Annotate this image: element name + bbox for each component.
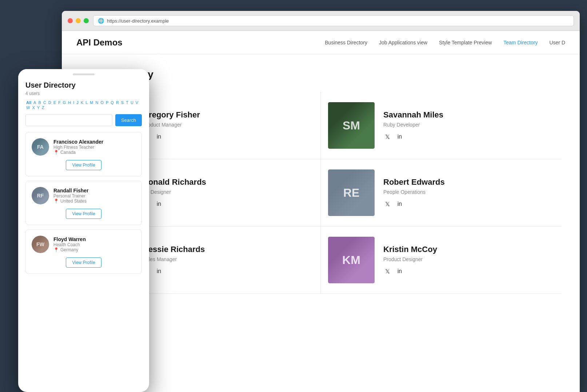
nav-style-template[interactable]: Style Template Preview <box>439 40 492 45</box>
member-photo-kristin: KM <box>328 237 375 283</box>
member-socials: 𝕏 in <box>143 200 313 208</box>
page-title: Team Directory <box>80 69 562 80</box>
team-grid: GF Gregory Fisher Product Manager 𝕏 in <box>80 92 562 294</box>
alpha-all[interactable]: All <box>25 100 32 105</box>
user-card-info-floyd: Floyd Warren Health Coach 📍 Germany <box>53 236 86 252</box>
alpha-t[interactable]: T <box>125 100 129 105</box>
linkedin-icon[interactable]: in <box>155 267 163 275</box>
top-nav: API Demos Business Directory Job Applica… <box>62 31 580 54</box>
alpha-l[interactable]: L <box>85 100 88 105</box>
nav-team-directory[interactable]: Team Directory <box>503 40 538 45</box>
alpha-m[interactable]: M <box>89 100 94 105</box>
linkedin-icon[interactable]: in <box>155 133 163 141</box>
view-profile-button-randall[interactable]: View Profile <box>66 209 101 219</box>
member-photo-savannah: SM <box>328 102 375 149</box>
twitter-icon[interactable]: 𝕏 <box>383 267 391 275</box>
user-name: Francisco Alexander <box>53 139 103 145</box>
user-card-header: FA Francisco Alexander High Fitness Teac… <box>32 138 136 156</box>
member-name: Savannah Miles <box>383 110 554 120</box>
user-name: Floyd Warren <box>53 236 86 242</box>
alpha-w[interactable]: W <box>25 105 31 110</box>
member-socials: 𝕏 in <box>143 133 313 141</box>
alpha-e[interactable]: E <box>53 100 57 105</box>
user-job: Health Coach <box>53 242 86 247</box>
alpha-c[interactable]: C <box>43 100 47 105</box>
close-button[interactable] <box>68 18 73 23</box>
alpha-j[interactable]: J <box>76 100 79 105</box>
user-count: 4 users <box>25 91 142 96</box>
member-info-gregory: Gregory Fisher Product Manager 𝕏 in <box>143 110 313 141</box>
member-name: Gregory Fisher <box>143 110 313 120</box>
user-card-header: FW Floyd Warren Health Coach 📍 Germany <box>32 236 136 253</box>
linkedin-icon[interactable]: in <box>396 267 404 275</box>
member-socials: 𝕏 in <box>143 267 313 275</box>
alpha-b[interactable]: B <box>37 100 41 105</box>
alpha-q[interactable]: Q <box>110 100 115 105</box>
member-socials: 𝕏 in <box>383 133 554 141</box>
alpha-v[interactable]: V <box>135 100 139 105</box>
search-input[interactable] <box>25 114 112 126</box>
alpha-a[interactable]: A <box>33 100 37 105</box>
alpha-k[interactable]: K <box>80 100 84 105</box>
alpha-u[interactable]: U <box>130 100 134 105</box>
alpha-s[interactable]: S <box>120 100 124 105</box>
phone-notch <box>73 73 95 75</box>
twitter-icon[interactable]: 𝕏 <box>383 200 391 208</box>
address-bar[interactable]: 🌐 https://user-directory.example <box>93 15 574 26</box>
nav-links: Business Directory Job Applications view… <box>325 40 565 45</box>
member-name: Ronald Richards <box>143 177 313 187</box>
member-info-kristin: Kristin McCoy Product Designer 𝕏 in <box>383 245 554 275</box>
member-role: People Operations <box>383 189 554 195</box>
user-directory-title: User Directory <box>25 78 142 89</box>
member-role: Sales Manager <box>143 256 313 262</box>
url-text: https://user-directory.example <box>107 18 169 24</box>
nav-job-applications[interactable]: Job Applications view <box>379 40 427 45</box>
view-profile-button-floyd[interactable]: View Profile <box>66 257 101 268</box>
search-button[interactable]: Search <box>115 114 142 126</box>
alpha-i[interactable]: I <box>72 100 75 105</box>
user-card-francisco: FA Francisco Alexander High Fitness Teac… <box>25 132 142 176</box>
member-role: Ruby Developer <box>383 122 554 128</box>
user-card-info-randall: Randall Fisher Personal Trainer 📍 United… <box>53 188 88 204</box>
linkedin-icon[interactable]: in <box>396 200 404 208</box>
alpha-z[interactable]: Z <box>41 105 45 110</box>
team-member-row: KM Kristin McCoy Product Designer 𝕏 in <box>321 227 562 294</box>
alpha-f[interactable]: F <box>57 100 61 105</box>
twitter-icon[interactable]: 𝕏 <box>383 133 391 141</box>
search-bar: Search <box>25 114 142 126</box>
alpha-h[interactable]: H <box>67 100 72 105</box>
nav-business-directory[interactable]: Business Directory <box>325 40 367 45</box>
user-card-header: RF Randall Fisher Personal Trainer 📍 Uni… <box>32 187 136 204</box>
member-role: Product Designer <box>383 256 554 262</box>
user-avatar-floyd: FW <box>32 236 49 253</box>
app-logo: API Demos <box>76 37 123 48</box>
maximize-button[interactable] <box>84 18 89 23</box>
globe-icon: 🌐 <box>98 18 104 24</box>
linkedin-icon[interactable]: in <box>155 200 163 208</box>
alpha-x[interactable]: X <box>31 105 35 110</box>
minimize-button[interactable] <box>76 18 81 23</box>
member-info-robert: Robert Edwards People Operations 𝕏 in <box>383 177 554 208</box>
view-profile-button-francisco[interactable]: View Profile <box>66 160 101 170</box>
user-card-floyd: FW Floyd Warren Health Coach 📍 Germany V… <box>25 229 142 274</box>
user-job: Personal Trainer <box>53 193 88 199</box>
user-location: 📍 United States <box>53 199 88 204</box>
alpha-p[interactable]: P <box>105 100 109 105</box>
user-name: Randall Fisher <box>53 188 88 193</box>
location-pin-icon: 📍 <box>53 150 59 155</box>
user-card-info-francisco: Francisco Alexander High Fitness Teacher… <box>53 139 103 155</box>
alpha-y[interactable]: Y <box>36 105 40 110</box>
alpha-d[interactable]: D <box>48 100 52 105</box>
user-job: High Fitness Teacher <box>53 145 103 150</box>
alpha-n[interactable]: N <box>95 100 99 105</box>
member-info-bessie: Bessie Richards Sales Manager 𝕏 in <box>143 245 313 275</box>
alpha-o[interactable]: O <box>100 100 104 105</box>
alpha-g[interactable]: G <box>62 100 67 105</box>
member-name: Kristin McCoy <box>383 245 554 254</box>
location-pin-icon: 📍 <box>53 247 59 252</box>
alpha-r[interactable]: R <box>115 100 120 105</box>
member-info-ronald: Ronald Richards 3D Designer 𝕏 in <box>143 177 313 208</box>
user-location: 📍 Canada <box>53 150 103 155</box>
linkedin-icon[interactable]: in <box>396 133 404 141</box>
nav-user-d: User D <box>549 40 565 45</box>
